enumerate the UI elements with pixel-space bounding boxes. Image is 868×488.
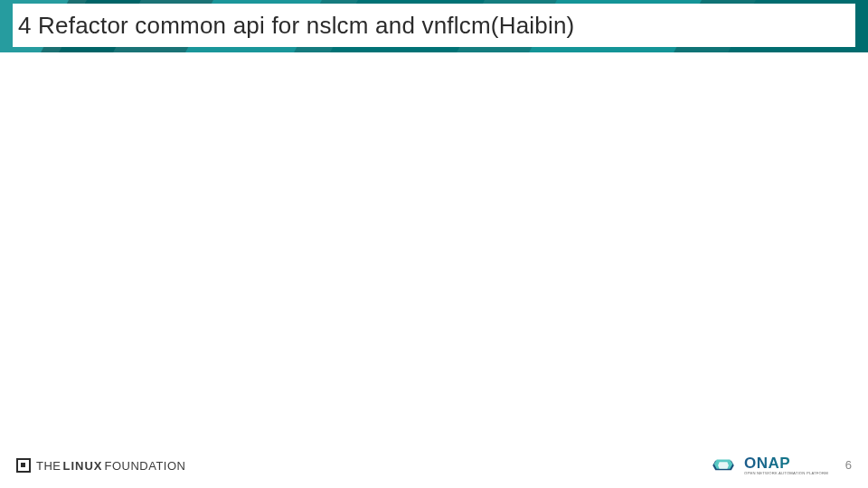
linux-foundation-logo: THE LINUX FOUNDATION: [16, 458, 185, 473]
onap-logo: ONAP OPEN NETWORK AUTOMATION PLATFORM: [710, 455, 828, 475]
title-box: 4 Refactor common api for nslcm and vnfl…: [13, 4, 855, 47]
footer-right: ONAP OPEN NETWORK AUTOMATION PLATFORM 6: [710, 455, 852, 475]
onap-word: ONAP: [744, 455, 828, 471]
slide: 4 Refactor common api for nslcm and vnfl…: [0, 0, 868, 488]
svg-marker-2: [718, 462, 729, 468]
header-band: 4 Refactor common api for nslcm and vnfl…: [0, 0, 868, 52]
slide-title: 4 Refactor common api for nslcm and vnfl…: [18, 12, 574, 40]
lf-linux: LINUX: [63, 459, 103, 473]
onap-text: ONAP OPEN NETWORK AUTOMATION PLATFORM: [744, 455, 828, 475]
onap-sub: OPEN NETWORK AUTOMATION PLATFORM: [744, 472, 828, 475]
page-number: 6: [841, 458, 852, 472]
linux-foundation-mark-icon: [16, 458, 31, 473]
footer: THE LINUX FOUNDATION ONAP OPEN NETWORK A…: [0, 450, 868, 481]
lf-the: THE: [36, 459, 61, 473]
lf-foundation: FOUNDATION: [105, 459, 186, 473]
onap-mark-icon: [710, 455, 737, 475]
linux-foundation-text: THE LINUX FOUNDATION: [36, 459, 185, 473]
